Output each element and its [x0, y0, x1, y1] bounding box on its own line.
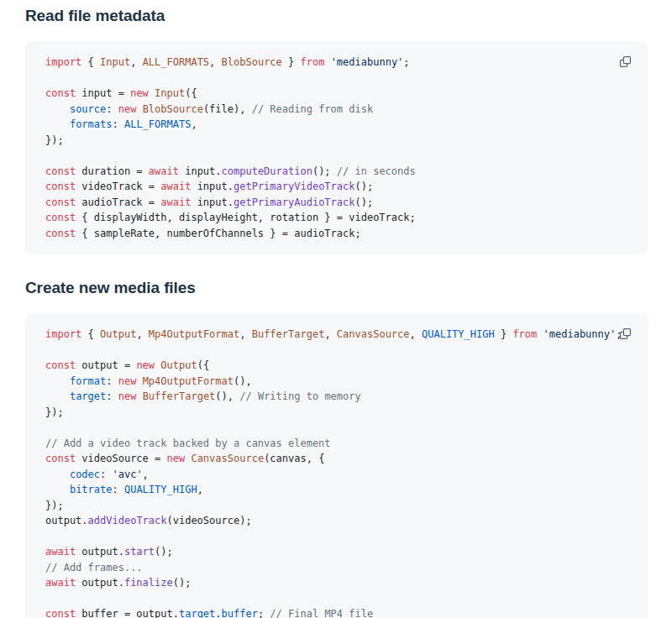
code-line — [45, 529, 628, 545]
copy-icon — [618, 55, 633, 69]
code-line: }); — [45, 405, 628, 421]
code-line — [45, 343, 628, 359]
code-line: bitrate: QUALITY_HIGH, — [45, 482, 628, 498]
section-heading-create-new-media-files: Create new media files — [25, 277, 648, 299]
code-line: output.addVideoTrack(videoSource); — [45, 513, 628, 529]
code-line: }); — [45, 133, 628, 149]
code-line: const output = new Output({ — [45, 358, 628, 374]
code-content: import { Input, ALL_FORMATS, BlobSource … — [45, 55, 628, 241]
code-block-create-new-media-files: import { Output, Mp4OutputFormat, Buffer… — [25, 313, 648, 618]
code-line — [45, 420, 628, 436]
code-line: const audioTrack = await input.getPrimar… — [45, 195, 628, 211]
code-content: import { Output, Mp4OutputFormat, Buffer… — [45, 327, 628, 618]
code-line: import { Input, ALL_FORMATS, BlobSource … — [45, 55, 628, 71]
code-line: const buffer = output.target.buffer; // … — [45, 606, 628, 618]
section-create-new-media-files: Create new media files import { Output, … — [25, 277, 648, 618]
code-line: const duration = await input.computeDura… — [45, 164, 628, 180]
code-line — [45, 71, 628, 86]
code-line: codec: 'avc', — [45, 467, 628, 483]
code-line: format: new Mp4OutputFormat(), — [45, 374, 628, 390]
code-line: // Add a video track backed by a canvas … — [45, 436, 628, 452]
copy-icon — [618, 327, 633, 341]
code-line: // Add frames... — [45, 560, 628, 576]
copy-code-button[interactable] — [614, 322, 636, 344]
code-line — [45, 591, 628, 607]
code-line: import { Output, Mp4OutputFormat, Buffer… — [45, 327, 628, 343]
code-line: target: new BufferTarget(), // Writing t… — [45, 389, 628, 405]
copy-code-button[interactable] — [614, 50, 636, 72]
code-line: const { sampleRate, numberOfChannels } =… — [45, 226, 628, 242]
code-line: const input = new Input({ — [45, 86, 628, 102]
code-line — [45, 148, 628, 164]
section-read-file-metadata: Read file metadata import { Input, ALL_F… — [25, 5, 648, 254]
code-line: await output.start(); — [45, 544, 628, 560]
section-heading-read-file-metadata: Read file metadata — [25, 5, 648, 27]
code-line: const videoSource = new CanvasSource(can… — [45, 451, 628, 467]
code-line: const videoTrack = await input.getPrimar… — [45, 179, 628, 195]
code-line: }); — [45, 498, 628, 514]
code-block-read-file-metadata: import { Input, ALL_FORMATS, BlobSource … — [25, 41, 648, 254]
docs-page: Read file metadata import { Input, ALL_F… — [0, 0, 672, 618]
code-line: formats: ALL_FORMATS, — [45, 117, 628, 133]
code-line: const { displayWidth, displayHeight, rot… — [45, 210, 628, 226]
code-line: await output.finalize(); — [45, 575, 628, 591]
code-line: source: new BlobSource(file), // Reading… — [45, 102, 628, 118]
